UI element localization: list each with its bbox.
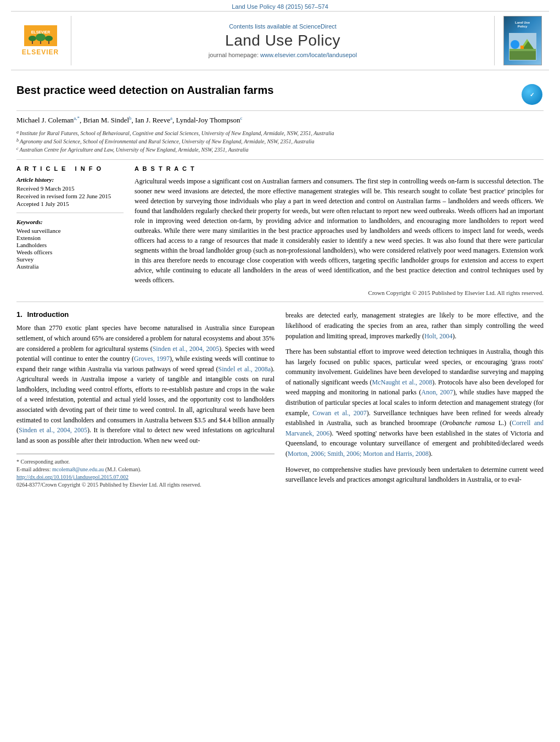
cite-groves[interactable]: Groves, 1997 xyxy=(134,355,170,362)
abstract-text: Agricultural weeds impose a significant … xyxy=(135,176,544,285)
svg-rect-9 xyxy=(509,50,536,60)
corresponding-note: * Corresponding author. xyxy=(16,459,275,465)
sciencedirect-label[interactable]: ScienceDirect xyxy=(299,23,337,30)
cite-cowan[interactable]: Cowan et al., 2007 xyxy=(312,409,366,417)
affil-b-text: Agronomy and Soil Science, School of Env… xyxy=(20,137,315,146)
cite-holt[interactable]: Holt, 2004 xyxy=(424,332,452,340)
elsevier-text: ELSEVIER xyxy=(22,48,59,56)
journal-ref: Land Use Policy 48 (2015) 567–574 xyxy=(232,3,328,10)
keywords-label: Keywords: xyxy=(16,219,124,225)
cite-sinden-2004b[interactable]: Sinden et al., 2004, 2005 xyxy=(19,426,87,434)
cite-anon[interactable]: Anon, 2007 xyxy=(421,388,453,396)
article-title: Best practice weed detection on Australi… xyxy=(16,84,513,97)
intro-heading: 1. Introduction xyxy=(16,310,275,319)
abstract-label: A B S T R A C T xyxy=(135,165,544,172)
info-divider xyxy=(16,213,124,213)
intro-paragraph-3: However, no comprehensive studies have p… xyxy=(285,465,544,485)
cite-mcnaught[interactable]: McNaught et al., 2008 xyxy=(372,378,433,386)
keywords-section: Keywords: Weed surveillance Extension La… xyxy=(16,219,124,270)
svg-rect-14 xyxy=(520,46,524,49)
keyword-1: Weed surveillance xyxy=(16,227,124,234)
article-info-label: A R T I C L E I N F O xyxy=(16,165,124,172)
svg-text:ELSEVIER: ELSEVIER xyxy=(31,30,50,34)
issn-line: 0264-8377/Crown Copyright © 2015 Publish… xyxy=(16,482,275,488)
received-revised-date: Received in revised form 22 June 2015 xyxy=(16,193,124,199)
affiliation-b: b Agronomy and Soil Science, School of E… xyxy=(16,137,544,146)
homepage-line: journal homepage: www.elsevier.com/locat… xyxy=(209,52,357,58)
accepted-date: Accepted 1 July 2015 xyxy=(16,200,124,207)
elsevier-logo-box: ELSEVIER xyxy=(24,25,57,46)
keyword-4: Weeds officers xyxy=(16,249,124,255)
article-body: Best practice weed detection on Australi… xyxy=(0,70,560,501)
svg-point-2 xyxy=(29,36,36,41)
doi-link[interactable]: http://dx.doi.org/10.1016/j.landusepol.2… xyxy=(16,474,128,480)
affiliations: a Institute for Rural Futures, School of… xyxy=(16,127,544,159)
affil-a-text: Institute for Rural Futures, School of B… xyxy=(20,129,334,137)
received-date: Received 9 March 2015 xyxy=(16,185,124,192)
cover-illustration xyxy=(509,33,536,60)
svg-point-11 xyxy=(511,40,519,49)
svg-rect-10 xyxy=(509,49,536,51)
article-info-abstract: A R T I C L E I N F O Article history: R… xyxy=(16,159,544,302)
cite-sindel-2008[interactable]: Sindel et al., 2008a xyxy=(219,365,271,373)
contents-label: Contents lists available at xyxy=(229,23,298,30)
author-email[interactable]: mcolema8@une.edu.au xyxy=(52,466,104,472)
article-history: Article history: Received 9 March 2015 R… xyxy=(16,176,124,207)
author-1: Michael J. Colemana,* xyxy=(16,116,80,124)
author-3: Ian J. Reevea xyxy=(135,116,172,124)
abstract-col: A B S T R A C T Agricultural weeds impos… xyxy=(135,165,544,296)
author-2: Brian M. Sindelb xyxy=(83,116,132,124)
footer-notes: * Corresponding author. E-mail address: … xyxy=(16,454,275,488)
contents-line: Contents lists available at ScienceDirec… xyxy=(229,23,337,30)
keyword-6: Australia xyxy=(16,263,124,270)
cover-box: Land UsePolicy xyxy=(503,16,542,65)
author-4: Lyndal-Joy Thompsonc xyxy=(176,116,242,124)
intro-paragraph-continued: breaks are detected early, management st… xyxy=(285,310,544,341)
journal-title-center: Contents lists available at ScienceDirec… xyxy=(78,16,488,65)
page-wrapper: Land Use Policy 48 (2015) 567–574 ELSEVI… xyxy=(0,0,560,742)
cite-morton[interactable]: Morton, 2006; Smith, 2006; Morton and Ha… xyxy=(288,450,429,458)
section-title: Introduction xyxy=(27,310,69,319)
cite-sinden-2004[interactable]: Sinden et al., 2004, 2005 xyxy=(153,345,220,353)
crossmark-icon: ✓ xyxy=(522,84,542,105)
affiliation-c: c Australian Centre for Agriculture and … xyxy=(16,146,544,154)
email-note: E-mail address: mcolema8@une.edu.au (M.J… xyxy=(16,466,275,472)
article-info-col: A R T I C L E I N F O Article history: R… xyxy=(16,165,124,296)
keyword-2: Extension xyxy=(16,235,124,241)
section-number: 1. xyxy=(16,310,23,319)
article-title-section: Best practice weed detection on Australi… xyxy=(16,76,544,111)
journal-top-bar: Land Use Policy 48 (2015) 567–574 xyxy=(0,0,560,11)
authors-line: Michael J. Colemana,*, Brian M. Sindelb,… xyxy=(16,111,544,127)
content-col-left: 1. Introduction More than 2770 exotic pl… xyxy=(16,310,275,490)
journal-main-title: Land Use Policy xyxy=(225,32,340,49)
affiliation-a: a Institute for Rural Futures, School of… xyxy=(16,129,544,137)
intro-paragraph-2: There has been substantial effort to imp… xyxy=(285,347,544,459)
journal-cover-image: Land UsePolicy xyxy=(494,16,544,65)
cite-correll[interactable]: Correll and Marvanek, 2006 xyxy=(285,419,544,437)
copyright-line: Crown Copyright © 2015 Published by Else… xyxy=(135,289,544,296)
keyword-3: Landholders xyxy=(16,242,124,248)
affil-c-text: Australian Centre for Agriculture and La… xyxy=(20,146,249,154)
cover-title: Land UsePolicy xyxy=(515,21,530,29)
email-label: E-mail address: xyxy=(16,466,51,472)
svg-point-4 xyxy=(45,36,53,41)
keyword-5: Survey xyxy=(16,256,124,263)
svg-point-3 xyxy=(36,34,46,41)
email-person: (M.J. Coleman). xyxy=(105,466,142,472)
content-col-right: breaks are detected early, management st… xyxy=(285,310,544,490)
history-label: Article history: xyxy=(16,176,124,183)
intro-paragraph-1: More than 2770 exotic plant species have… xyxy=(16,323,275,445)
journal-header: ELSEVIER ELSEVIER Contents lists availab… xyxy=(11,11,549,70)
article-content: 1. Introduction More than 2770 exotic pl… xyxy=(16,302,544,490)
homepage-url[interactable]: www.elsevier.com/locate/landusepol xyxy=(260,52,357,58)
elsevier-logo: ELSEVIER ELSEVIER xyxy=(16,16,71,65)
crossmark-badge[interactable]: ✓ xyxy=(522,84,544,106)
homepage-label: journal homepage: xyxy=(209,52,259,58)
